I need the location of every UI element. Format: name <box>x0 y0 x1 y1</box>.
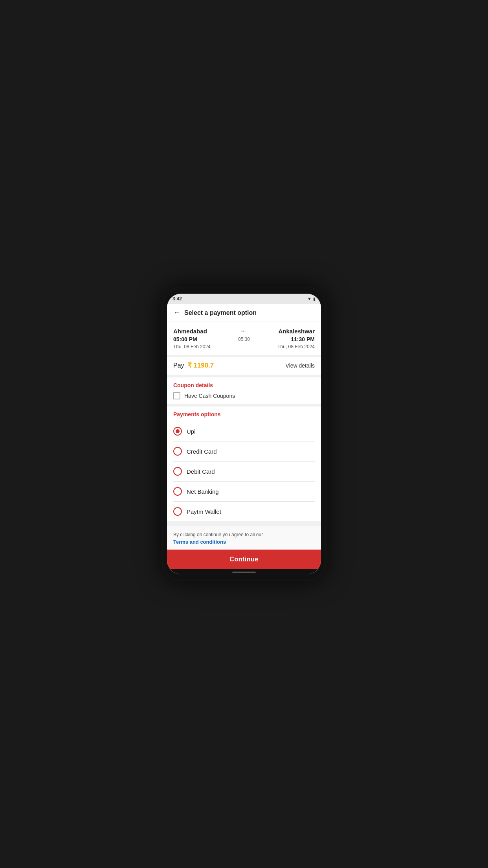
signal-icon: ▼ <box>307 296 312 301</box>
journey-duration: 05:30 <box>238 337 250 342</box>
arrival-date: Thu, 08 Feb 2024 <box>277 344 315 349</box>
pay-amount: ₹ 1190.7 <box>187 361 214 370</box>
arrival-city: Ankaleshwar <box>278 328 315 335</box>
battery-icon: ▮ <box>313 296 316 302</box>
view-details-button[interactable]: View details <box>286 362 315 369</box>
status-icons: ▼ ▮ <box>307 296 316 302</box>
payment-option-net-banking[interactable]: Net Banking <box>173 482 315 502</box>
coupon-section-title: Coupon details <box>173 382 315 388</box>
page-title: Select a payment option <box>184 309 257 316</box>
radio-upi[interactable] <box>173 427 182 436</box>
terms-text: By clicking on continue you agree to all… <box>173 532 263 537</box>
journey-times-row: 05:00 PM 05:30 11:30 PM <box>173 336 315 342</box>
departure-time: 05:00 PM <box>173 336 197 342</box>
phone-screen: 3:42 ▼ ▮ ← Select a payment option Ahmed… <box>167 294 321 574</box>
header: ← Select a payment option <box>167 304 321 322</box>
radio-upi-inner <box>176 429 180 433</box>
radio-paytm-wallet[interactable] <box>173 507 182 516</box>
payment-option-debit-card[interactable]: Debit Card <box>173 462 315 482</box>
coupon-label: Have Cash Coupons <box>184 393 235 399</box>
journey-dates-row: Thu, 08 Feb 2024 Thu, 08 Feb 2024 <box>173 344 315 349</box>
continue-button[interactable]: Continue <box>167 550 321 569</box>
phone-frame: 3:42 ▼ ▮ ← Select a payment option Ahmed… <box>161 287 327 581</box>
radio-credit-card[interactable] <box>173 447 182 456</box>
status-time: 3:42 <box>172 296 182 302</box>
payment-label-credit-card: Credit Card <box>187 448 217 455</box>
terms-link[interactable]: Terms and conditions <box>173 539 315 545</box>
radio-net-banking[interactable] <box>173 487 182 496</box>
pay-label-group: Pay ₹ 1190.7 <box>173 361 214 370</box>
payment-option-paytm-wallet[interactable]: Paytm Wallet <box>173 502 315 521</box>
departure-city: Ahmedabad <box>173 328 207 335</box>
payment-label-upi: Upi <box>187 428 196 435</box>
payment-option-upi[interactable]: Upi <box>173 421 315 441</box>
payment-label-net-banking: Net Banking <box>187 488 219 495</box>
payment-label-paytm-wallet: Paytm Wallet <box>187 508 221 515</box>
terms-section: By clicking on continue you agree to all… <box>167 524 321 550</box>
coupon-section: Coupon details Have Cash Coupons <box>167 377 321 406</box>
payment-label-debit-card: Debit Card <box>187 468 215 475</box>
coupon-row[interactable]: Have Cash Coupons <box>173 392 315 399</box>
back-button[interactable]: ← <box>173 309 180 317</box>
screen-content: ← Select a payment option Ahmedabad → An… <box>167 304 321 574</box>
payment-section-title: Payments options <box>173 411 315 417</box>
journey-cities-row: Ahmedabad → Ankaleshwar <box>173 327 315 335</box>
radio-debit-card[interactable] <box>173 467 182 476</box>
coupon-checkbox[interactable] <box>173 392 180 399</box>
nav-bar <box>167 569 321 574</box>
nav-indicator <box>232 572 256 573</box>
arrival-time: 11:30 PM <box>291 336 315 342</box>
payment-options-section: Payments options Upi Credit Card <box>167 406 321 521</box>
departure-date: Thu, 08 Feb 2024 <box>173 344 211 349</box>
pay-text: Pay <box>173 362 184 369</box>
direction-arrow: → <box>240 327 246 335</box>
status-bar: 3:42 ▼ ▮ <box>167 294 321 304</box>
journey-info: Ahmedabad → Ankaleshwar 05:00 PM 05:30 1… <box>167 322 321 357</box>
pay-row: Pay ₹ 1190.7 View details <box>167 357 321 377</box>
payment-option-credit-card[interactable]: Credit Card <box>173 441 315 462</box>
